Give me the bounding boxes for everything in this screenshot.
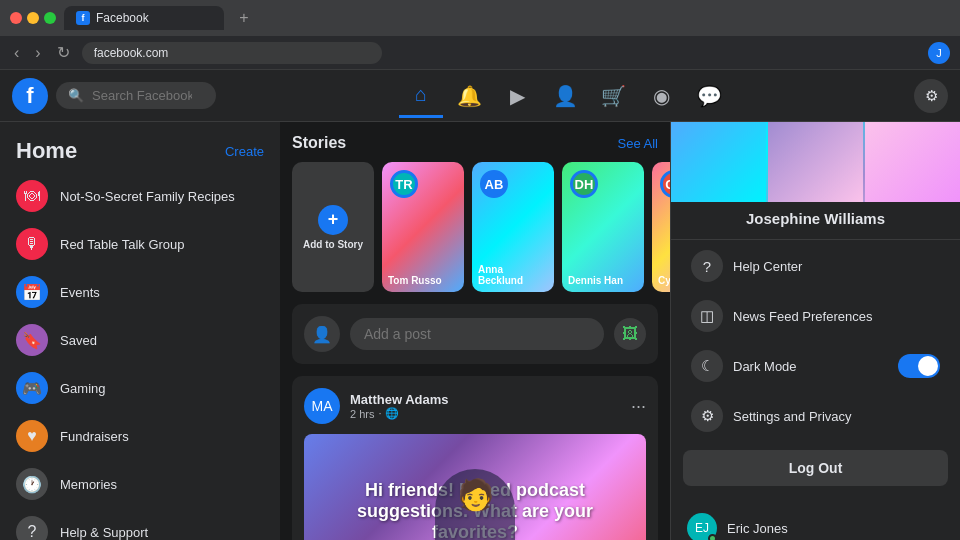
story-name-1: Anna Becklund bbox=[478, 264, 548, 286]
sidebar-title: Home Create bbox=[8, 134, 272, 172]
profile-banner-photos bbox=[671, 122, 960, 202]
story-avatar-2: DH bbox=[570, 170, 598, 198]
story-card-2[interactable]: DH Dennis Han bbox=[562, 162, 644, 292]
banner-photo-2 bbox=[768, 122, 863, 202]
refresh-button[interactable]: ↻ bbox=[53, 41, 74, 64]
profile-name-area: Josephine Williams bbox=[671, 202, 960, 240]
minimize-button[interactable] bbox=[27, 12, 39, 24]
story-bg-1: AB Anna Becklund bbox=[472, 162, 554, 292]
post-figure: 🧑 bbox=[435, 469, 515, 540]
menu-item-help-center[interactable]: ? Help Center bbox=[679, 242, 952, 290]
nav-notifications-button[interactable]: 🔔 bbox=[447, 74, 491, 118]
profile-banner bbox=[671, 122, 960, 202]
sidebar-item-saved[interactable]: 🔖 Saved bbox=[8, 316, 272, 364]
new-tab-button[interactable]: + bbox=[232, 6, 256, 30]
sidebar-item-family-recipes[interactable]: 🍽 Not-So-Secret Family Recipes bbox=[8, 172, 272, 220]
create-button[interactable]: Create bbox=[225, 144, 264, 159]
dark-mode-icon: ☾ bbox=[691, 350, 723, 382]
nav-settings-button[interactable]: ⚙ bbox=[914, 79, 948, 113]
window-controls[interactable] bbox=[10, 12, 56, 24]
story-name-3: Cynthia Lopez bbox=[658, 275, 670, 286]
dark-mode-toggle[interactable] bbox=[898, 354, 940, 378]
post-input[interactable] bbox=[350, 318, 604, 350]
nav-marketplace-button[interactable]: 🛒 bbox=[591, 74, 635, 118]
newsfeed-prefs-icon: ◫ bbox=[691, 300, 723, 332]
sidebar-item-memories[interactable]: 🕐 Memories bbox=[8, 460, 272, 508]
dark-mode-toggle-knob bbox=[918, 356, 938, 376]
story-card-0[interactable]: TR Tom Russo bbox=[382, 162, 464, 292]
menu-label-settings-privacy: Settings and Privacy bbox=[733, 409, 852, 424]
search-bar[interactable]: 🔍 bbox=[56, 82, 216, 109]
help-center-icon: ? bbox=[691, 250, 723, 282]
sidebar-icon-red-table: 🎙 bbox=[16, 228, 48, 260]
story-card-3[interactable]: CL Cynthia Lopez bbox=[652, 162, 670, 292]
nav-center: ⌂ 🔔 ▶ 👤 🛒 ◉ 💬 bbox=[399, 74, 731, 118]
post-create[interactable]: 👤 🖼 bbox=[292, 304, 658, 364]
story-name-0: Tom Russo bbox=[388, 275, 442, 286]
banner-photo-3 bbox=[865, 122, 960, 202]
logout-button[interactable]: Log Out bbox=[683, 450, 948, 486]
sidebar-item-fundraisers[interactable]: ♥ Fundraisers bbox=[8, 412, 272, 460]
facebook-logo[interactable]: f bbox=[12, 78, 48, 114]
tab-favicon: f bbox=[76, 11, 90, 25]
friend-item-0[interactable]: EJ Eric Jones bbox=[675, 507, 956, 540]
post-author-avatar: MA bbox=[304, 388, 340, 424]
stories-section: Stories See All + Add to Story TR bbox=[292, 134, 658, 292]
browser-actions: J bbox=[928, 42, 950, 64]
menu-item-newsfeed-prefs[interactable]: ◫ News Feed Preferences bbox=[679, 292, 952, 340]
story-bg-0: TR Tom Russo bbox=[382, 162, 464, 292]
story-avatar-3: CL bbox=[660, 170, 670, 198]
nav-profile-button[interactable]: 👤 bbox=[543, 74, 587, 118]
sidebar-item-red-table[interactable]: 🎙 Red Table Talk Group bbox=[8, 220, 272, 268]
browser-addressbar: ‹ › ↻ J bbox=[0, 36, 960, 69]
post-media-button[interactable]: 🖼 bbox=[614, 318, 646, 350]
browser-tab[interactable]: f Facebook bbox=[64, 6, 224, 30]
menu-item-dark-mode[interactable]: ☾ Dark Mode bbox=[679, 342, 952, 390]
story-avatar-1: AB bbox=[480, 170, 508, 198]
story-avatar-0: TR bbox=[390, 170, 418, 198]
menu-label-newsfeed-prefs: News Feed Preferences bbox=[733, 309, 872, 324]
sidebar-label-events: Events bbox=[60, 285, 100, 300]
sidebar-label-family-recipes: Not-So-Secret Family Recipes bbox=[60, 189, 235, 204]
add-story-card[interactable]: + Add to Story bbox=[292, 162, 374, 292]
online-indicator-0 bbox=[708, 534, 717, 540]
banner-photo-1 bbox=[671, 122, 766, 202]
sidebar-icon-saved: 🔖 bbox=[16, 324, 48, 356]
post-card: MA Matthew Adams 2 hrs · 🌐 ··· Hi friend… bbox=[292, 376, 658, 540]
post-header: MA Matthew Adams 2 hrs · 🌐 ··· bbox=[304, 388, 646, 424]
nav-right: ⚙ bbox=[914, 79, 948, 113]
user-profile-button[interactable]: J bbox=[928, 42, 950, 64]
menu-item-settings-privacy[interactable]: ⚙ Settings and Privacy bbox=[679, 392, 952, 440]
browser-titlebar: f Facebook + bbox=[0, 0, 960, 36]
forward-button[interactable]: › bbox=[31, 42, 44, 64]
stories-see-all[interactable]: See All bbox=[618, 136, 658, 151]
story-card-1[interactable]: AB Anna Becklund bbox=[472, 162, 554, 292]
close-button[interactable] bbox=[10, 12, 22, 24]
sidebar-item-events[interactable]: 📅 Events bbox=[8, 268, 272, 316]
nav-messenger-button[interactable]: 💬 bbox=[687, 74, 731, 118]
back-button[interactable]: ‹ bbox=[10, 42, 23, 64]
nav-home-button[interactable]: ⌂ bbox=[399, 74, 443, 118]
nav-groups-button[interactable]: ◉ bbox=[639, 74, 683, 118]
sidebar-item-help[interactable]: ? Help & Support bbox=[8, 508, 272, 540]
sidebar-label-fundraisers: Fundraisers bbox=[60, 429, 129, 444]
facebook-app: f 🔍 ⌂ 🔔 ▶ 👤 🛒 ◉ 💬 ⚙ Home Create 🍽 bbox=[0, 70, 960, 540]
browser-chrome: f Facebook + ‹ › ↻ J bbox=[0, 0, 960, 70]
story-bg-3: CL Cynthia Lopez bbox=[652, 162, 670, 292]
sidebar-label-memories: Memories bbox=[60, 477, 117, 492]
sidebar-item-gaming[interactable]: 🎮 Gaming bbox=[8, 364, 272, 412]
search-input[interactable] bbox=[92, 88, 192, 103]
friend-name-0: Eric Jones bbox=[727, 521, 788, 536]
add-story-icon: + bbox=[318, 205, 348, 235]
search-icon: 🔍 bbox=[68, 88, 84, 103]
nav-watch-button[interactable]: ▶ bbox=[495, 74, 539, 118]
sidebar-icon-gaming: 🎮 bbox=[16, 372, 48, 404]
post-more-button[interactable]: ··· bbox=[631, 396, 646, 417]
address-bar[interactable] bbox=[82, 42, 382, 64]
menu-label-dark-mode: Dark Mode bbox=[733, 359, 797, 374]
post-time: 2 hrs · 🌐 bbox=[350, 407, 621, 420]
sidebar-icon-events: 📅 bbox=[16, 276, 48, 308]
post-meta: Matthew Adams 2 hrs · 🌐 bbox=[350, 392, 621, 420]
maximize-button[interactable] bbox=[44, 12, 56, 24]
add-story-label: Add to Story bbox=[303, 239, 363, 250]
